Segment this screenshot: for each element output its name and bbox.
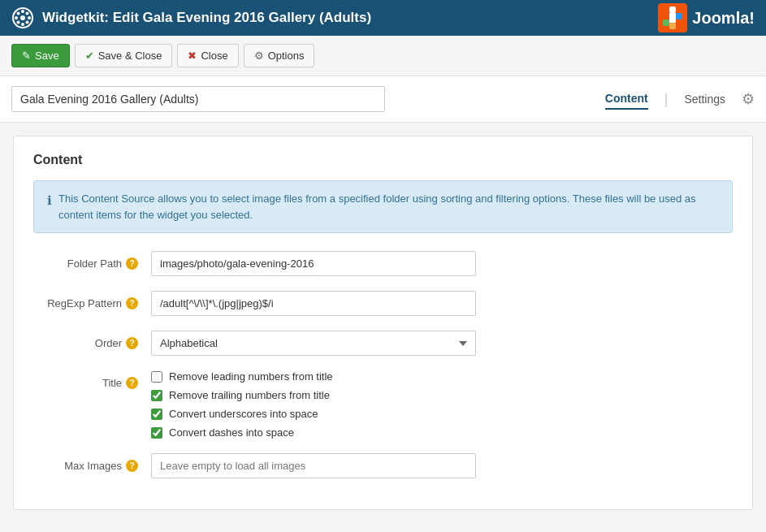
tab-settings[interactable]: Settings [684, 89, 725, 109]
svg-point-1 [21, 10, 24, 13]
order-help-icon[interactable]: ? [126, 337, 138, 349]
toolbar: ✎ Save ✔ Save & Close ✖ Close ⚙ Options [0, 36, 766, 76]
folder-path-help-icon[interactable]: ? [126, 257, 138, 270]
svg-rect-13 [669, 13, 676, 23]
joomla-label: Joomla! [692, 9, 755, 28]
joomla-logo: Joomla! [658, 3, 755, 32]
svg-point-9 [20, 15, 25, 20]
tab-content[interactable]: Content [605, 89, 648, 110]
regexp-row: RegExp Pattern ? [33, 291, 733, 316]
svg-rect-16 [676, 13, 682, 19]
checkbox-dashes-label: Convert dashes into space [169, 426, 294, 439]
checkbox-underscores-label: Convert underscores into space [169, 408, 318, 420]
close-icon: ✖ [188, 50, 197, 62]
svg-rect-12 [669, 6, 676, 13]
checkbox-underscores-input[interactable] [151, 409, 162, 420]
svg-point-3 [15, 16, 18, 19]
settings-gear-icon[interactable]: ⚙ [742, 90, 755, 108]
close-button[interactable]: ✖ Close [177, 44, 238, 67]
title-help-icon[interactable]: ? [126, 377, 138, 389]
checkbox-remove-trailing[interactable]: Remove trailing numbers from title [151, 389, 476, 401]
folder-path-label: Folder Path ? [33, 251, 151, 270]
info-text: This Content Source allows you to select… [58, 191, 719, 223]
regexp-input[interactable] [151, 291, 476, 316]
page-title: Widgetkit: Edit Gala Evening 2016 Galler… [42, 10, 371, 26]
folder-path-row: Folder Path ? [33, 251, 733, 276]
order-label: Order ? [33, 331, 151, 349]
order-row: Order ? Alphabetical Random Date Name [33, 331, 733, 356]
info-icon: ℹ [47, 192, 52, 223]
regexp-label: RegExp Pattern ? [33, 291, 151, 309]
title-label: Title ? [33, 370, 151, 389]
checkbox-remove-leading-label: Remove leading numbers from title [169, 370, 333, 383]
folder-path-control [151, 251, 476, 276]
checkbox-remove-leading-input[interactable] [151, 371, 162, 383]
svg-rect-14 [663, 19, 669, 26]
tabs-area: Content | Settings ⚙ [605, 89, 755, 110]
max-images-control [151, 453, 476, 478]
joomla-icon [658, 3, 687, 32]
order-control: Alphabetical Random Date Name [151, 331, 476, 356]
regexp-control [151, 291, 476, 316]
top-bar: Widgetkit: Edit Gala Evening 2016 Galler… [0, 0, 766, 36]
checkbox-dashes-input[interactable] [151, 427, 162, 439]
save-close-button[interactable]: ✔ Save & Close [75, 44, 173, 67]
gear-icon: ⚙ [254, 50, 264, 62]
max-images-help-icon[interactable]: ? [126, 460, 138, 472]
widgetkit-icon [11, 6, 34, 29]
content-panel: Content ℹ This Content Source allows you… [13, 136, 753, 510]
checkmark-icon: ✔ [85, 50, 94, 62]
save-button[interactable]: ✎ Save [11, 44, 70, 67]
top-bar-left: Widgetkit: Edit Gala Evening 2016 Galler… [11, 6, 371, 29]
max-images-input[interactable] [151, 453, 476, 478]
title-checkboxes: Remove leading numbers from title Remove… [151, 370, 476, 439]
svg-point-8 [17, 21, 20, 24]
svg-point-4 [28, 16, 31, 19]
info-box: ℹ This Content Source allows you to sele… [33, 180, 733, 233]
panel-title: Content [33, 153, 733, 167]
options-button[interactable]: ⚙ Options [244, 44, 315, 67]
svg-point-6 [26, 21, 29, 24]
order-select[interactable]: Alphabetical Random Date Name [151, 331, 476, 356]
folder-path-input[interactable] [151, 251, 476, 276]
title-row: Title ? Remove leading numbers from titl… [33, 370, 733, 439]
regexp-help-icon[interactable]: ? [126, 297, 138, 309]
checkbox-dashes[interactable]: Convert dashes into space [151, 426, 476, 439]
checkbox-remove-trailing-label: Remove trailing numbers from title [169, 389, 330, 401]
checkbox-remove-trailing-input[interactable] [151, 390, 162, 401]
svg-rect-15 [669, 23, 676, 29]
svg-point-5 [17, 12, 20, 15]
title-bar: Content | Settings ⚙ [0, 76, 766, 123]
widget-name-input[interactable] [11, 86, 385, 112]
checkbox-remove-leading[interactable]: Remove leading numbers from title [151, 370, 476, 383]
svg-point-2 [21, 23, 24, 26]
max-images-label: Max Images ? [33, 453, 151, 472]
tab-divider: | [664, 91, 669, 108]
svg-point-7 [26, 12, 29, 15]
save-icon: ✎ [22, 50, 31, 62]
main-content: Content ℹ This Content Source allows you… [0, 123, 766, 523]
max-images-row: Max Images ? [33, 453, 733, 478]
checkbox-underscores[interactable]: Convert underscores into space [151, 408, 476, 420]
